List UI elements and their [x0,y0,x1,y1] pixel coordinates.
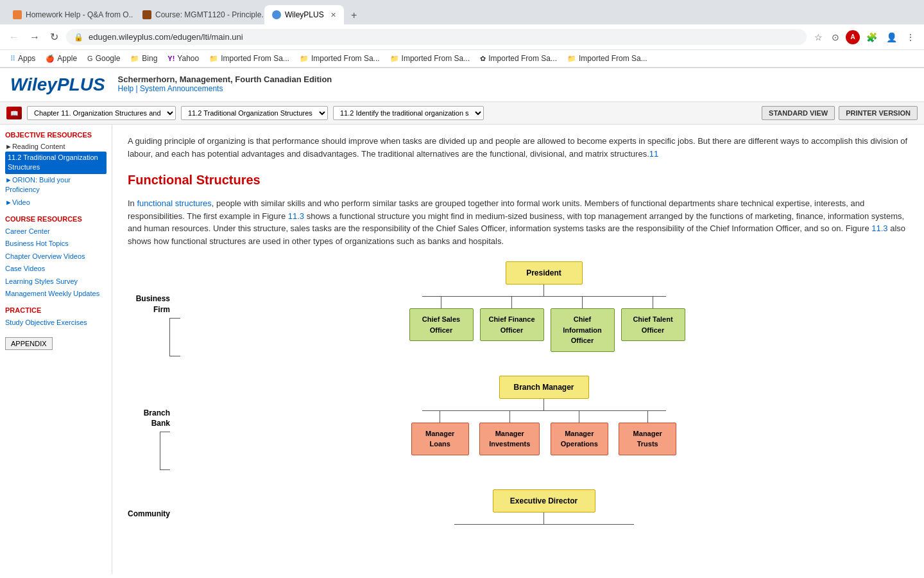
tab-favicon-homework [13,10,22,19]
bookmark-imported-5[interactable]: 📁 Imported From Sa... [563,52,651,65]
address-text: edugen.wileyplus.com/edugen/lti/main.uni [89,32,799,42]
figure-link-2[interactable]: 11.3 [871,223,887,233]
bookmark-imported-2-label: Imported From Sa... [311,54,380,63]
header-info: Schermerhorn, Management, Fourth Canadia… [118,74,332,93]
cio-line2: Officer [559,335,606,346]
investments-line2: Investments [489,439,530,450]
tab-bar: Homework Help - Q&A from O... ✕ Course: … [0,0,924,24]
bookmark-apps[interactable]: ⠿ Apps [6,52,39,65]
tab-close-wiley[interactable]: ✕ [330,11,336,19]
org-box-chief-finance: Chief Finance Officer [480,308,544,341]
org-box-manager-trusts: Manager Trusts [619,423,676,455]
announcements-link[interactable]: System Announcements [140,84,223,93]
bookmark-apps-label: Apps [18,54,35,63]
body-paragraph: In functional structures, people with si… [128,197,909,247]
folder-icon-1: 📁 [209,55,218,63]
reading-mode-button[interactable]: ⊙ [829,30,842,45]
trusts-line1: Manager [628,428,667,439]
connector-v-branch [543,399,544,410]
cto-line1: Chief Talent [629,314,677,325]
browser-chrome: Homework Help - Q&A from O... ✕ Course: … [0,0,924,68]
community-label: Community [128,489,179,520]
sidebar-link-orion[interactable]: ►ORION: Build your Proficiency [5,174,107,197]
org-box-president: President [506,261,583,285]
standard-view-button[interactable]: STANDARD VIEW [762,106,835,120]
help-link[interactable]: Help [118,84,134,93]
functional-structures-link[interactable]: functional structures [137,198,211,208]
org-child-cfo: Chief Finance Officer [480,297,544,352]
sidebar-link-learning[interactable]: Learning Styles Survey [5,276,107,288]
connector-v-operations [579,411,579,423]
connector-v-cto [653,297,653,308]
bookmark-apple[interactable]: 🍎 Apple [42,52,81,65]
back-button[interactable]: ← [6,29,22,46]
tab-favicon-course [142,10,151,19]
extensions-button[interactable]: 🧩 [864,30,880,45]
bookmark-apple-label: Apple [57,54,77,63]
profile-button[interactable]: A [846,30,860,44]
loans-line1: Manager [421,428,459,439]
bookmark-imported-1[interactable]: 📁 Imported From Sa... [205,52,293,65]
children-row-branch: Manager Loans Manager Investments [409,411,679,455]
sidebar-link-management[interactable]: Management Weekly Updates [5,288,107,300]
sidebar-link-study[interactable]: Study Objective Exercises [5,317,107,329]
connector-v-cio [582,297,583,308]
printer-version-button[interactable]: PRINTER VERSION [839,106,918,120]
address-bar[interactable]: 🔒 edugen.wileyplus.com/edugen/lti/main.u… [66,29,807,45]
tab-homework[interactable]: Homework Help - Q&A from O... ✕ [5,5,133,24]
bookmark-bing[interactable]: 📁 Bing [126,52,161,65]
org-tree-business: President Chief Sales [179,261,909,352]
pinwheel-icon: ✿ [480,55,486,63]
tab-wileyplus[interactable]: WileyPLUS ✕ [264,5,344,24]
bookmark-imported-2[interactable]: 📁 Imported From Sa... [296,52,384,65]
footnote-link[interactable]: 11 [649,149,658,159]
cio-line1: Chief Information [559,314,606,335]
folder-icon-2: 📁 [300,55,309,63]
reload-button[interactable]: ↻ [47,28,61,46]
objective-select[interactable]: 11.2 Identify the traditional organizati… [333,106,484,120]
connector-v-trusts [647,411,648,423]
children-row-business: Chief Sales Officer Chief Finance Office… [409,297,679,352]
connector-v-exec [543,512,544,524]
course-resources-title: COURSE RESOURCES [5,215,107,223]
apple-icon: 🍎 [46,55,55,63]
connector-v-cso [441,297,441,308]
forward-button[interactable]: → [27,29,42,46]
chapter-select[interactable]: Chapter 11. Organization Structures and [27,106,176,120]
cso-line2: Officer [418,325,465,336]
sidebar-link-case-videos[interactable]: Case Videos [5,263,107,275]
branch-bank-label: Branch Bank [128,376,179,471]
bookmark-imported-1-label: Imported From Sa... [221,54,289,63]
section-select[interactable]: 11.2 Traditional Organization Structures [181,106,328,120]
bookmark-bing-label: Bing [142,54,157,63]
org-tree-branch: Branch Manager Manager Loans [179,376,909,455]
menu-button[interactable]: ⋮ [903,30,918,45]
bookmark-imported-3-label: Imported From Sa... [402,54,470,63]
book-icon: 📖 [6,107,22,119]
user-avatar-button[interactable]: 👤 [884,30,900,45]
investments-line1: Manager [489,428,530,439]
nav-bar: ← → ↻ 🔒 edugen.wileyplus.com/edugen/lti/… [0,24,924,50]
operations-line2: Operations [560,439,599,450]
tab-course[interactable]: Course: MGMT1120 - Principle... ✕ [135,5,263,24]
sidebar-link-chapter-videos[interactable]: Chapter Overview Videos [5,250,107,263]
bookmark-imported-4[interactable]: ✿ Imported From Sa... [476,52,561,65]
sidebar-link-active[interactable]: 11.2 Traditional Organization Structures [5,152,107,174]
figure-link-1[interactable]: 11.3 [288,211,304,221]
sidebar-link-career[interactable]: Career Center [5,225,107,238]
org-section-business: Business Firm President [128,261,909,356]
sidebar-link-business[interactable]: Business Hot Topics [5,238,107,250]
bookmark-yahoo[interactable]: Y! Yahoo [164,52,203,65]
org-box-manager-operations: Manager Operations [551,423,608,455]
org-box-branch-manager: Branch Manager [499,376,589,399]
cfo-line1: Chief Finance [488,314,536,325]
bing-folder-icon: 📁 [130,55,139,63]
appendix-button[interactable]: APPENDIX [5,337,53,350]
bookmark-google[interactable]: G Google [83,52,124,65]
sidebar-link-video[interactable]: ►Video [5,197,107,209]
org-section-community: Community Executive Director [128,489,909,525]
bookmark-star-button[interactable]: ☆ [812,30,825,45]
new-tab-button[interactable]: + [345,6,363,24]
h-line-community [454,524,634,525]
bookmark-imported-3[interactable]: 📁 Imported From Sa... [386,52,474,65]
